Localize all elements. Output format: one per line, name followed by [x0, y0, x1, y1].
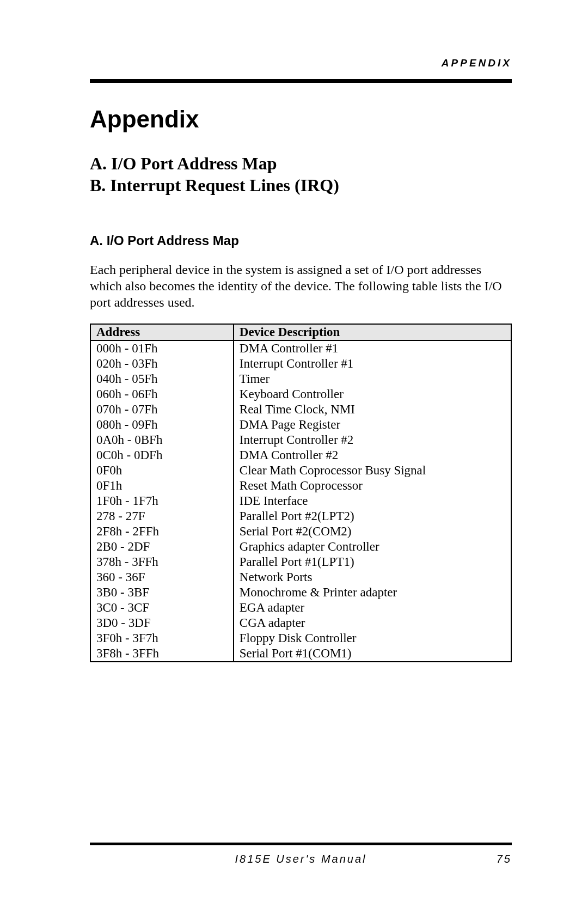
- top-divider: [90, 79, 512, 83]
- cell-address: 278 - 27F: [90, 509, 234, 524]
- cell-address: 020h - 03Fh: [90, 356, 234, 371]
- cell-description: Real Time Clock, NMI: [234, 402, 511, 417]
- table-row: 060h - 06FhKeyboard Controller: [90, 387, 511, 402]
- cell-address: 3F0h - 3F7h: [90, 631, 234, 646]
- table-row: 0A0h - 0BFhInterrupt Controller #2: [90, 432, 511, 448]
- table-row: 3B0 - 3BFMonochrome & Printer adapter: [90, 585, 511, 600]
- section-a-heading: A. I/O Port Address Map: [90, 233, 512, 248]
- bottom-divider: [90, 843, 512, 845]
- cell-address: 2B0 - 2DF: [90, 539, 234, 554]
- table-row: 020h - 03FhInterrupt Controller #1: [90, 356, 511, 371]
- cell-address: 3F8h - 3FFh: [90, 646, 234, 662]
- cell-description: Parallel Port #2(LPT2): [234, 509, 511, 524]
- cell-description: EGA adapter: [234, 600, 511, 615]
- cell-description: Serial Port #2(COM2): [234, 524, 511, 539]
- table-row: 378h - 3FFhParallel Port #1(LPT1): [90, 554, 511, 570]
- cell-description: Timer: [234, 371, 511, 387]
- table-row: 3C0 - 3CFEGA adapter: [90, 600, 511, 615]
- cell-address: 378h - 3FFh: [90, 554, 234, 570]
- cell-address: 3B0 - 3BF: [90, 585, 234, 600]
- table-row: 3F8h - 3FFhSerial Port #1(COM1): [90, 646, 511, 662]
- cell-description: Interrupt Controller #2: [234, 432, 511, 448]
- cell-description: CGA adapter: [234, 615, 511, 631]
- cell-address: 2F8h - 2FFh: [90, 524, 234, 539]
- cell-address: 000h - 01Fh: [90, 340, 234, 356]
- cell-description: Parallel Port #1(LPT1): [234, 554, 511, 570]
- table-row: 3F0h - 3F7hFloppy Disk Controller: [90, 631, 511, 646]
- appendix-contents: A. I/O Port Address Map B. Interrupt Req…: [90, 152, 512, 196]
- table-row: 278 - 27FParallel Port #2(LPT2): [90, 509, 511, 524]
- table-row: 2B0 - 2DFGraphics adapter Controller: [90, 539, 511, 554]
- table-row: 000h - 01FhDMA Controller #1: [90, 340, 511, 356]
- cell-address: 3C0 - 3CF: [90, 600, 234, 615]
- cell-description: DMA Controller #1: [234, 340, 511, 356]
- col-header-description: Device Description: [234, 324, 511, 340]
- cell-description: Clear Math Coprocessor Busy Signal: [234, 463, 511, 478]
- page-title: Appendix: [90, 106, 512, 133]
- cell-address: 0C0h - 0DFh: [90, 448, 234, 463]
- table-row: 1F0h - 1F7hIDE Interface: [90, 493, 511, 509]
- col-header-address: Address: [90, 324, 234, 340]
- cell-description: Reset Math Coprocessor: [234, 478, 511, 493]
- table-row: 3D0 - 3DFCGA adapter: [90, 615, 511, 631]
- table-row: 360 - 36FNetwork Ports: [90, 570, 511, 585]
- cell-address: 040h - 05Fh: [90, 371, 234, 387]
- footer-manual-title: I815E User's Manual: [122, 853, 479, 865]
- table-row: 0F0hClear Math Coprocessor Busy Signal: [90, 463, 511, 478]
- contents-item-b: B. Interrupt Request Lines (IRQ): [90, 174, 512, 196]
- cell-address: 3D0 - 3DF: [90, 615, 234, 631]
- io-port-table: Address Device Description 000h - 01FhDM…: [90, 324, 512, 662]
- cell-description: IDE Interface: [234, 493, 511, 509]
- page-footer: I815E User's Manual 75: [90, 843, 512, 865]
- cell-description: Graphics adapter Controller: [234, 539, 511, 554]
- cell-description: Keyboard Controller: [234, 387, 511, 402]
- cell-address: 060h - 06Fh: [90, 387, 234, 402]
- table-row: 0F1hReset Math Coprocessor: [90, 478, 511, 493]
- cell-description: Serial Port #1(COM1): [234, 646, 511, 662]
- cell-address: 0F0h: [90, 463, 234, 478]
- cell-description: Floppy Disk Controller: [234, 631, 511, 646]
- header-label: APPENDIX: [90, 57, 512, 69]
- footer-page-number: 75: [479, 853, 512, 865]
- table-row: 040h - 05FhTimer: [90, 371, 511, 387]
- contents-item-a: A. I/O Port Address Map: [90, 152, 512, 174]
- cell-description: Monochrome & Printer adapter: [234, 585, 511, 600]
- cell-address: 1F0h - 1F7h: [90, 493, 234, 509]
- table-row: 2F8h - 2FFhSerial Port #2(COM2): [90, 524, 511, 539]
- cell-description: DMA Page Register: [234, 417, 511, 432]
- cell-address: 0F1h: [90, 478, 234, 493]
- table-row: 0C0h - 0DFhDMA Controller #2: [90, 448, 511, 463]
- cell-address: 070h - 07Fh: [90, 402, 234, 417]
- section-a-paragraph: Each peripheral device in the system is …: [90, 261, 512, 310]
- cell-address: 080h - 09Fh: [90, 417, 234, 432]
- cell-address: 0A0h - 0BFh: [90, 432, 234, 448]
- table-header-row: Address Device Description: [90, 324, 511, 340]
- cell-address: 360 - 36F: [90, 570, 234, 585]
- cell-description: Interrupt Controller #1: [234, 356, 511, 371]
- cell-description: Network Ports: [234, 570, 511, 585]
- table-row: 080h - 09FhDMA Page Register: [90, 417, 511, 432]
- cell-description: DMA Controller #2: [234, 448, 511, 463]
- table-row: 070h - 07FhReal Time Clock, NMI: [90, 402, 511, 417]
